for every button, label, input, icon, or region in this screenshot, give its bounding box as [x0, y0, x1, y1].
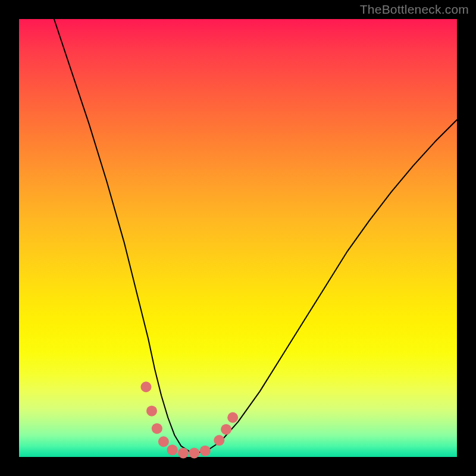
highlight-dot	[140, 381, 151, 392]
highlight-dot	[178, 447, 189, 458]
plot-area	[19, 19, 457, 457]
highlight-dot	[200, 446, 211, 456]
highlight-dot	[152, 423, 162, 434]
highlight-dot	[146, 406, 157, 416]
highlight-dot	[189, 447, 199, 458]
marker-layer	[140, 381, 238, 458]
watermark-text: TheBottleneck.com	[360, 2, 469, 17]
highlight-dot	[158, 436, 169, 447]
outer-frame: TheBottleneck.com	[0, 0, 476, 476]
highlight-dot	[167, 444, 178, 455]
highlight-dot	[227, 412, 238, 423]
highlight-dot	[221, 424, 231, 435]
chart-svg	[19, 19, 457, 457]
curve-layer	[54, 19, 457, 453]
highlight-dot	[214, 435, 224, 446]
bottleneck-curve	[54, 19, 457, 453]
